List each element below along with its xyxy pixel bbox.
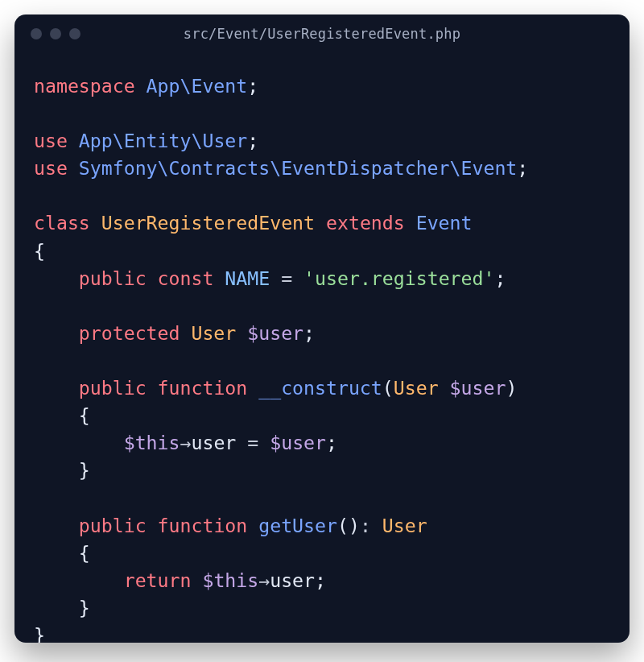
minimize-icon[interactable] [50,28,61,39]
window-title: src/Event/UserRegisteredEvent.php [14,26,630,42]
rparen: ) [506,377,517,399]
semicolon: ; [247,75,258,97]
use-path-1: App\Entity\User [79,130,247,151]
lparen: ( [382,377,394,399]
kw-function: function [158,377,248,399]
var-user: $user [270,432,326,453]
fn-construct: __construct [258,377,382,399]
lparen: ( [337,515,349,536]
class-name: UserRegisteredEvent [101,212,315,234]
prop-user: user [270,569,315,591]
close-icon[interactable] [31,28,42,39]
kw-use: use [34,157,68,179]
fn-getuser: getUser [258,515,337,536]
kw-const: const [158,267,214,289]
titlebar: src/Event/UserRegisteredEvent.php [14,14,630,53]
const-name: NAME [225,267,270,289]
equals: = [247,432,258,453]
semicolon: ; [247,130,258,151]
const-value: 'user.registered' [303,267,494,289]
param-type-user: User [394,377,439,399]
semicolon: ; [494,267,506,289]
var-this: $this [202,569,258,591]
var-this: $this [124,432,180,453]
brace-open: { [79,542,90,564]
prop-user: user [191,432,236,453]
code-area: namespace App\Event; use App\Entity\User… [14,53,630,643]
colon: : [360,515,371,536]
kw-public: public [79,377,147,399]
kw-public: public [79,515,147,536]
return-type-user: User [382,515,427,536]
kw-protected: protected [79,322,180,344]
brace-close: } [79,459,90,481]
arrow-op: → [180,432,192,453]
editor-window: src/Event/UserRegisteredEvent.php namesp… [14,14,630,643]
kw-class: class [34,212,90,234]
rparen: ) [349,515,360,536]
kw-return: return [124,569,192,591]
brace-close: } [34,624,45,643]
semicolon: ; [315,569,326,591]
use-path-2: Symfony\Contracts\EventDispatcher\Event [79,157,517,179]
namespace-path: App\Event [147,75,248,97]
semicolon: ; [517,157,528,179]
brace-close: } [79,597,90,619]
window-controls [31,28,80,39]
kw-function: function [158,515,248,536]
kw-extends: extends [326,212,405,234]
kw-namespace: namespace [34,75,135,97]
semicolon: ; [326,432,337,453]
param-user: $user [450,377,506,399]
arrow-op: → [258,569,270,591]
equals: = [281,267,292,289]
semicolon: ; [303,322,315,344]
kw-use: use [34,130,68,151]
kw-public: public [79,267,147,289]
maximize-icon[interactable] [69,28,80,39]
brace-open: { [79,404,90,426]
brace-open: { [34,240,45,262]
var-user: $user [247,322,303,344]
type-user: User [191,322,236,344]
base-class: Event [416,212,473,234]
